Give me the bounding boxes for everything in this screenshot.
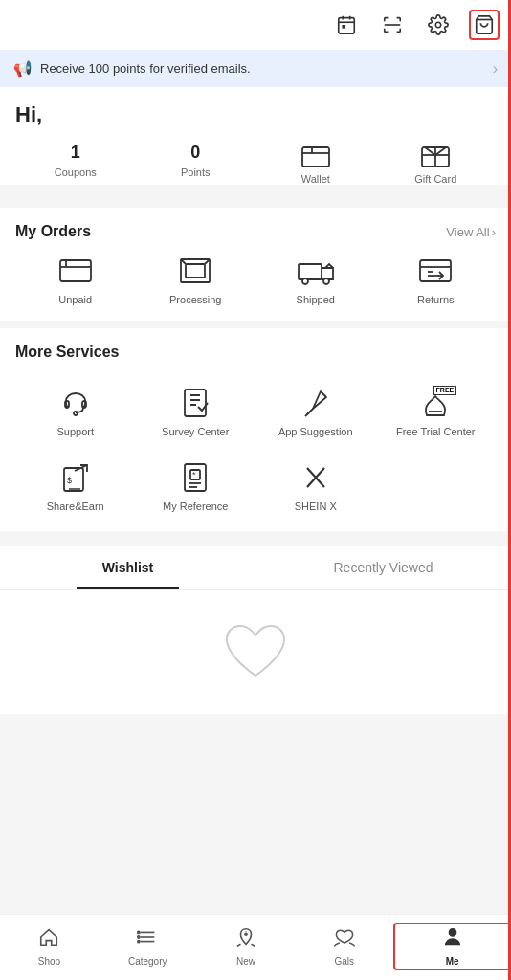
svg-rect-0 — [339, 18, 355, 33]
processing-icon — [176, 254, 214, 288]
stats-row: 1 Coupons 0 Points Wallet — [15, 143, 496, 185]
services-header: More Services — [15, 344, 496, 361]
svg-point-52 — [244, 932, 248, 936]
nav-gals[interactable]: Gals — [295, 926, 393, 967]
svg-point-48 — [138, 931, 140, 933]
free-trial-label: Free Trial Center — [396, 426, 476, 437]
app-suggestion-label: App Suggestion — [278, 426, 353, 437]
shipped-order[interactable]: Shipped — [256, 254, 376, 305]
nav-shop-label: Shop — [38, 956, 60, 967]
support-icon — [58, 386, 93, 420]
bottom-nav: Shop Category New — [0, 914, 511, 980]
speaker-icon: 📢 — [13, 59, 33, 78]
svg-point-32 — [74, 412, 78, 415]
wishlist-tab[interactable]: Wishlist — [0, 546, 256, 589]
wishlist-content — [0, 590, 511, 714]
my-reference-icon: * — [178, 460, 212, 495]
svg-rect-16 — [60, 260, 91, 281]
content-tabs: Wishlist Recently Viewed — [0, 546, 511, 590]
svg-line-14 — [425, 147, 435, 155]
svg-point-50 — [138, 940, 140, 942]
nav-gals-label: Gals — [335, 956, 355, 967]
main-content: Hi, 1 Coupons 0 Points Wallet — [0, 87, 511, 185]
survey-center-icon — [178, 386, 212, 420]
wallet-stat[interactable]: Wallet — [256, 143, 376, 185]
view-all-button[interactable]: View All › — [446, 225, 496, 239]
shipped-icon — [297, 254, 335, 288]
notification-text: Receive 100 points for verified emails. — [40, 61, 251, 76]
nav-new-label: New — [236, 956, 256, 967]
processing-order[interactable]: Processing — [136, 254, 256, 305]
share-earn-icon: $ — [58, 460, 93, 495]
giftcard-stat[interactable]: Gift Card — [376, 143, 497, 185]
orders-title: My Orders — [15, 223, 91, 240]
me-icon — [442, 926, 463, 953]
wallet-icon — [299, 143, 333, 169]
points-stat[interactable]: 0 Points — [136, 143, 256, 185]
survey-center-label: Survey Center — [162, 426, 229, 437]
svg-point-24 — [302, 278, 308, 284]
svg-line-34 — [305, 412, 309, 416]
svg-text:$: $ — [67, 476, 72, 485]
svg-line-15 — [435, 147, 446, 155]
shein-x-label: SHEIN X — [295, 501, 337, 512]
shipped-label: Shipped — [297, 294, 335, 305]
svg-rect-23 — [299, 264, 322, 279]
recently-viewed-tab[interactable]: Recently Viewed — [256, 546, 511, 589]
greeting-text: Hi, — [15, 102, 496, 127]
svg-point-49 — [138, 936, 140, 938]
unpaid-label: Unpaid — [58, 294, 92, 305]
bag-icon[interactable] — [469, 10, 500, 40]
app-suggestion-icon — [299, 386, 333, 420]
svg-point-6 — [435, 22, 441, 28]
support-service[interactable]: Support — [15, 374, 136, 449]
orders-header: My Orders View All › — [15, 223, 496, 240]
nav-shop[interactable]: Shop — [0, 926, 99, 967]
survey-center-service[interactable]: Survey Center — [136, 374, 256, 449]
nav-me[interactable]: Me — [393, 923, 511, 970]
nav-new[interactable]: New — [197, 926, 296, 967]
returns-order[interactable]: Returns — [376, 254, 497, 305]
my-reference-service[interactable]: * My Reference — [136, 449, 256, 523]
calendar-icon[interactable] — [331, 10, 362, 40]
nav-category-label: Category — [128, 956, 167, 967]
wallet-label: Wallet — [301, 173, 330, 185]
processing-label: Processing — [169, 294, 221, 305]
header-bar — [0, 0, 511, 50]
free-trial-icon: FREE — [418, 386, 453, 420]
scan-icon[interactable] — [377, 10, 408, 40]
coupons-stat[interactable]: 1 Coupons — [15, 143, 136, 185]
points-value: 0 — [190, 143, 200, 163]
giftcard-label: Gift Card — [414, 173, 456, 185]
services-section: More Services Support — [0, 328, 511, 531]
shein-x-icon — [299, 460, 333, 495]
coupons-value: 1 — [71, 143, 80, 163]
notification-banner[interactable]: 📢 Receive 100 points for verified emails… — [0, 50, 511, 87]
shein-x-service[interactable]: SHEIN X — [256, 449, 376, 523]
nav-me-label: Me — [446, 956, 459, 967]
points-label: Points — [181, 167, 211, 178]
unpaid-icon — [56, 254, 95, 288]
orders-section: My Orders View All › Unpaid — [0, 208, 511, 321]
category-icon — [137, 926, 158, 953]
free-badge: FREE — [433, 386, 457, 395]
app-suggestion-service[interactable]: App Suggestion — [256, 374, 376, 449]
share-earn-service[interactable]: $ Share&Earn — [15, 449, 136, 523]
returns-label: Returns — [417, 294, 455, 305]
svg-rect-26 — [420, 260, 451, 281]
returns-icon — [416, 254, 455, 288]
svg-rect-20 — [186, 264, 205, 278]
giftcard-icon — [418, 143, 453, 169]
home-icon — [38, 926, 59, 953]
new-icon — [235, 926, 256, 953]
free-trial-service[interactable]: FREE Free Trial Center — [376, 374, 497, 449]
share-earn-label: Share&Earn — [47, 501, 104, 512]
support-label: Support — [56, 426, 94, 437]
unpaid-order[interactable]: Unpaid — [15, 254, 136, 305]
services-title: More Services — [15, 344, 120, 361]
svg-rect-33 — [185, 390, 206, 416]
svg-rect-8 — [302, 147, 329, 167]
svg-rect-4 — [342, 25, 345, 29]
nav-category[interactable]: Category — [99, 926, 197, 967]
settings-icon[interactable] — [423, 10, 454, 40]
